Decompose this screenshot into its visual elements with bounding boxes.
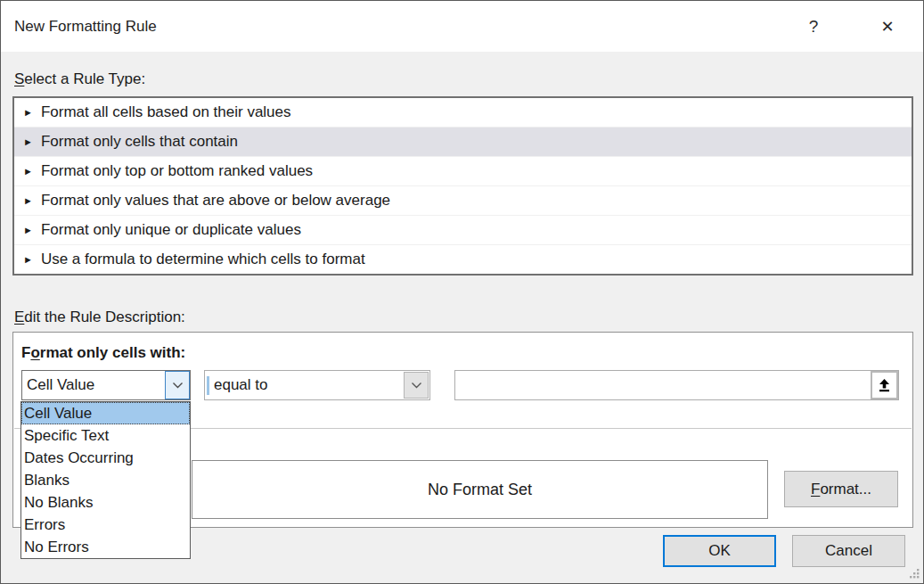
ok-button[interactable]: OK bbox=[663, 535, 776, 567]
rule-type-listbox: ► Format all cells based on their values… bbox=[12, 96, 913, 276]
close-icon: ✕ bbox=[880, 17, 894, 37]
dropdown-option-no-blanks[interactable]: No Blanks bbox=[21, 491, 190, 514]
dropdown-option-blanks[interactable]: Blanks bbox=[21, 469, 190, 491]
format-button[interactable]: Format... bbox=[784, 471, 898, 507]
edit-rule-description-label: Edit the Rule Description: bbox=[14, 308, 185, 326]
title-bar: New Formatting Rule ? ✕ bbox=[1, 1, 923, 52]
rule-item-label: Format only unique or duplicate values bbox=[41, 221, 301, 239]
dialog-title: New Formatting Rule bbox=[14, 18, 157, 36]
operator-combobox[interactable]: equal to bbox=[204, 370, 430, 400]
rule-item-arrow-icon: ► bbox=[23, 196, 33, 206]
format-preview-text: No Format Set bbox=[428, 481, 532, 499]
rule-item-arrow-icon: ► bbox=[23, 108, 33, 118]
dropdown-option-no-errors[interactable]: No Errors bbox=[21, 536, 190, 558]
rule-item-label: Use a formula to determine which cells t… bbox=[41, 251, 365, 268]
cancel-button[interactable]: Cancel bbox=[792, 535, 905, 567]
collapse-dialog-range-picker-button[interactable] bbox=[871, 371, 898, 399]
close-button[interactable]: ✕ bbox=[872, 1, 903, 52]
rule-value-input[interactable] bbox=[455, 371, 871, 399]
rule-item-label: Format only top or bottom ranked values bbox=[41, 162, 313, 180]
format-preview-box: No Format Set bbox=[192, 460, 768, 519]
select-rule-type-label: Select a Rule Type: bbox=[14, 70, 145, 88]
rule-item-arrow-icon: ► bbox=[23, 137, 33, 147]
dropdown-option-dates-occurring[interactable]: Dates Occurring bbox=[21, 447, 190, 469]
cell-value-combobox-value: Cell Value bbox=[22, 376, 165, 394]
rule-item-arrow-icon: ► bbox=[23, 167, 33, 177]
rule-type-item-top-bottom-ranked[interactable]: ► Format only top or bottom ranked value… bbox=[14, 157, 912, 186]
cell-value-combobox-dropdown-button[interactable] bbox=[165, 371, 190, 399]
cell-value-combobox[interactable]: Cell Value bbox=[21, 370, 191, 400]
rule-type-item-use-formula[interactable]: ► Use a formula to determine which cells… bbox=[14, 245, 912, 274]
rule-item-arrow-icon: ► bbox=[23, 255, 33, 265]
dropdown-option-errors[interactable]: Errors bbox=[21, 514, 190, 536]
rule-item-label: Format only values that are above or bel… bbox=[41, 192, 390, 210]
cell-value-dropdown-list: Cell Value Specific Text Dates Occurring… bbox=[20, 401, 191, 559]
range-picker-up-arrow-icon bbox=[877, 378, 892, 393]
dropdown-option-cell-value[interactable]: Cell Value bbox=[21, 402, 190, 424]
rule-item-label: Format all cells based on their values bbox=[41, 103, 291, 121]
rule-type-item-above-below-average[interactable]: ► Format only values that are above or b… bbox=[14, 186, 912, 216]
resize-grip[interactable] bbox=[909, 568, 920, 580]
rule-type-item-format-all-cells[interactable]: ► Format all cells based on their values bbox=[14, 98, 912, 127]
new-formatting-rule-dialog: New Formatting Rule ? ✕ Select a Rule Ty… bbox=[0, 0, 924, 584]
rule-item-label: Format only cells that contain bbox=[41, 133, 238, 151]
rule-item-arrow-icon: ► bbox=[23, 226, 33, 235]
rule-type-item-cells-that-contain[interactable]: ► Format only cells that contain bbox=[14, 127, 912, 157]
dropdown-option-specific-text[interactable]: Specific Text bbox=[21, 424, 190, 447]
rule-value-field bbox=[454, 370, 899, 400]
operator-combobox-value: equal to bbox=[209, 376, 403, 394]
format-only-cells-with-label: Format only cells with: bbox=[21, 344, 185, 362]
chevron-down-icon bbox=[411, 382, 422, 390]
help-button[interactable]: ? bbox=[798, 1, 829, 52]
help-icon: ? bbox=[809, 17, 819, 37]
rule-type-item-unique-duplicate[interactable]: ► Format only unique or duplicate values bbox=[14, 216, 912, 245]
chevron-down-icon bbox=[172, 382, 184, 390]
operator-combobox-dropdown-button[interactable] bbox=[404, 372, 429, 399]
